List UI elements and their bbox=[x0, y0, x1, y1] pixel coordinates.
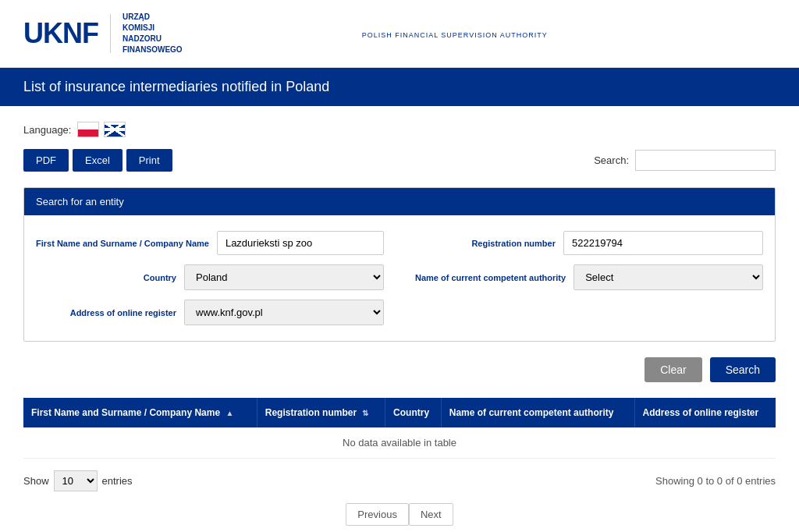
authority-label: Name of current competent authority bbox=[415, 273, 566, 282]
pdf-button[interactable]: PDF bbox=[23, 149, 69, 172]
flag-poland[interactable] bbox=[77, 122, 99, 137]
sort-icon-reg: ⇅ bbox=[362, 409, 368, 417]
logo-subtitle: URZĄD KOMISJI NADZORU FINANSOWEGO bbox=[123, 12, 183, 55]
register-field: Address of online register www.knf.gov.p… bbox=[36, 300, 384, 325]
action-row: Clear Search bbox=[23, 357, 776, 382]
show-entries: Show 10 25 50 100 entries bbox=[23, 470, 133, 491]
country-field: Country Poland Germany France Lithuania … bbox=[36, 264, 384, 290]
logo: UKNF URZĄD KOMISJI NADZORU FINANSOWEGO bbox=[23, 12, 183, 55]
main-content: Language: PDF Excel Print Search: Search… bbox=[0, 106, 799, 532]
register-select[interactable]: www.knf.gov.pl bbox=[184, 300, 384, 325]
logo-authority-name: POLISH FINANCIAL SUPERVISION AUTHORITY bbox=[362, 31, 776, 39]
showing-info: Showing 0 to 0 of 0 entries bbox=[655, 475, 776, 487]
register-label: Address of online register bbox=[36, 308, 176, 317]
global-search-label: Search: bbox=[594, 154, 629, 166]
entries-select[interactable]: 10 25 50 100 bbox=[54, 470, 98, 491]
empty-message: No data available in table bbox=[23, 427, 776, 459]
authority-select[interactable]: Select KNF FCA BaFin bbox=[574, 264, 763, 290]
reg-number-field: Registration number bbox=[415, 231, 763, 255]
reg-number-label: Registration number bbox=[415, 239, 556, 248]
entries-label: entries bbox=[102, 475, 133, 487]
next-button[interactable]: Next bbox=[409, 503, 453, 526]
clear-button[interactable]: Clear bbox=[645, 357, 701, 382]
flag-uk[interactable] bbox=[104, 122, 126, 137]
empty-row: No data available in table bbox=[23, 427, 776, 459]
search-form-grid: First Name and Surname / Company Name Re… bbox=[36, 231, 763, 325]
global-search-input[interactable] bbox=[635, 150, 776, 171]
prev-button[interactable]: Previous bbox=[346, 503, 409, 526]
col-regnumber[interactable]: Registration number ⇅ bbox=[257, 398, 385, 427]
search-panel-body: First Name and Surname / Company Name Re… bbox=[24, 215, 775, 341]
table-header-row: First Name and Surname / Company Name ▲ … bbox=[23, 398, 776, 427]
print-button[interactable]: Print bbox=[126, 149, 172, 172]
page-banner: List of insurance intermediaries notifie… bbox=[0, 68, 799, 106]
language-label: Language: bbox=[23, 124, 71, 136]
country-select[interactable]: Poland Germany France Lithuania Estonia bbox=[184, 264, 384, 290]
toolbar: PDF Excel Print Search: bbox=[23, 149, 776, 172]
name-label: First Name and Surname / Company Name bbox=[36, 239, 209, 248]
pagination: Previous Next bbox=[23, 503, 776, 526]
show-label: Show bbox=[23, 475, 49, 487]
results-table: First Name and Surname / Company Name ▲ … bbox=[23, 398, 776, 459]
sort-icon-name: ▲ bbox=[225, 409, 233, 417]
excel-button[interactable]: Excel bbox=[73, 149, 123, 172]
search-panel: Search for an entity First Name and Surn… bbox=[23, 187, 776, 342]
search-panel-header: Search for an entity bbox=[24, 188, 775, 215]
global-search: Search: bbox=[594, 150, 776, 171]
logo-divider bbox=[110, 14, 111, 53]
country-label: Country bbox=[36, 273, 176, 282]
col-register: Address of online register bbox=[634, 398, 776, 427]
language-row: Language: bbox=[23, 122, 776, 137]
col-authority: Name of current competent authority bbox=[441, 398, 634, 427]
col-country: Country bbox=[385, 398, 442, 427]
page-header: UKNF URZĄD KOMISJI NADZORU FINANSOWEGO P… bbox=[0, 0, 799, 68]
table-footer: Show 10 25 50 100 entries Showing 0 to 0… bbox=[23, 470, 776, 491]
search-button[interactable]: Search bbox=[710, 357, 776, 382]
authority-field: Name of current competent authority Sele… bbox=[415, 264, 763, 290]
logo-subtitle-block: URZĄD KOMISJI NADZORU FINANSOWEGO bbox=[123, 12, 183, 55]
name-input[interactable] bbox=[217, 231, 384, 255]
name-field: First Name and Surname / Company Name bbox=[36, 231, 384, 255]
banner-title: List of insurance intermediaries notifie… bbox=[23, 79, 329, 94]
col-name[interactable]: First Name and Surname / Company Name ▲ bbox=[23, 398, 257, 427]
empty-field bbox=[415, 300, 763, 325]
reg-number-input[interactable] bbox=[563, 231, 763, 255]
logo-text: UKNF bbox=[23, 17, 98, 50]
